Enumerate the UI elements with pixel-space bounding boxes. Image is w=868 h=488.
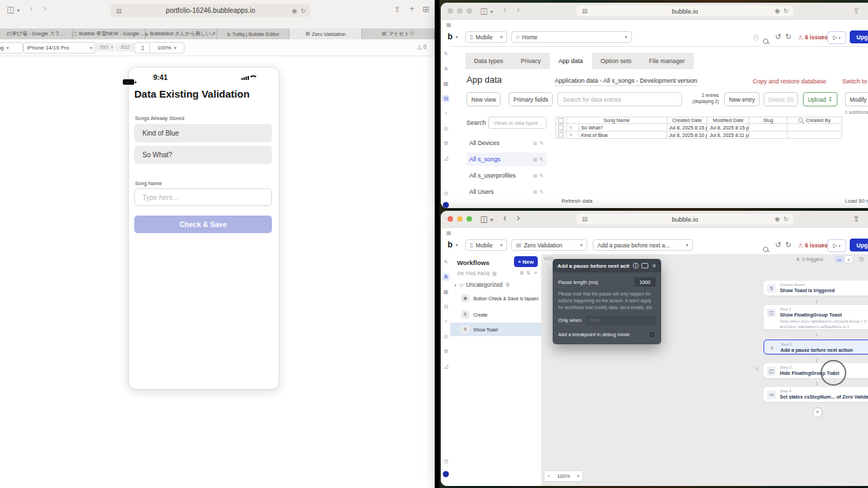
tab-option-sets[interactable]: Option sets bbox=[592, 53, 641, 69]
logs-icon[interactable]: ◿ bbox=[442, 363, 450, 370]
view-all-devices[interactable]: All Devices ⊞✎ bbox=[467, 136, 547, 150]
close-icon[interactable]: ✕ bbox=[652, 263, 656, 269]
issues-indicator[interactable]: △ 0 bbox=[417, 43, 427, 50]
styles-icon[interactable]: ◔ bbox=[442, 110, 450, 117]
dim-circle-icon[interactable]: ◎ bbox=[753, 33, 760, 41]
forward-icon[interactable]: › bbox=[43, 4, 47, 12]
share-icon[interactable]: ⇧ bbox=[853, 215, 860, 223]
column-header[interactable]: Created By bbox=[787, 117, 842, 124]
data-search-input[interactable] bbox=[557, 92, 682, 106]
pencil-icon[interactable]: ✎ bbox=[567, 131, 579, 139]
styles-icon[interactable]: ◔ bbox=[442, 318, 450, 325]
copy-icon[interactable]: ⊞ bbox=[533, 157, 538, 163]
new-entry-button[interactable]: New entry bbox=[724, 92, 760, 106]
browser-tab[interactable]: の学び場 - Google スラ… bbox=[0, 28, 73, 39]
view-all-s-userprofiles[interactable]: All s_userprofiles ⊞✎ bbox=[467, 169, 547, 182]
modify-button[interactable]: Modify bbox=[845, 92, 868, 106]
search-icon[interactable] bbox=[763, 39, 768, 44]
bubble-logo[interactable]: b bbox=[448, 240, 452, 249]
workflow-step-2-selected[interactable]: ‖ Step 2 Add a pause before next action bbox=[764, 340, 868, 354]
reload-icon[interactable]: ↻ bbox=[783, 7, 789, 14]
chevron-down-icon[interactable]: ▾ bbox=[490, 216, 493, 224]
browser-tab-active[interactable]: ▤Zero Validation bbox=[290, 28, 362, 39]
responsive-mode-select[interactable]: ing ▾ bbox=[0, 42, 23, 54]
new-tab-icon[interactable]: + bbox=[410, 5, 415, 13]
design-icon[interactable]: ✎ bbox=[442, 50, 450, 58]
view-all-users[interactable]: All Users ⊞✎ bbox=[467, 185, 547, 199]
column-header[interactable]: Created Date bbox=[667, 117, 708, 124]
search-icon[interactable] bbox=[763, 247, 768, 252]
comment-icon[interactable] bbox=[642, 263, 648, 268]
table-row[interactable]: ✎ So What? Jul 8, 2025 8:15 pm Jul 8, 20… bbox=[555, 124, 842, 131]
column-header[interactable]: Slug bbox=[749, 117, 787, 124]
design-icon[interactable]: ✎ bbox=[442, 258, 450, 266]
info-icon[interactable]: ⓘ bbox=[633, 262, 638, 270]
tab-app-data[interactable]: App data bbox=[550, 53, 592, 69]
sidebar-toggle-icon[interactable]: ◫ bbox=[480, 215, 488, 223]
chevron-down-icon[interactable]: ▾ bbox=[490, 8, 493, 16]
select-all-checkbox[interactable] bbox=[556, 117, 567, 124]
sidebar-toggle-icon[interactable]: ◫ bbox=[480, 7, 488, 15]
plugins-icon[interactable]: ◎ bbox=[442, 125, 450, 132]
column-header[interactable]: Song Name bbox=[567, 117, 667, 124]
breakpoint-checkbox[interactable] bbox=[648, 331, 656, 338]
folder-row[interactable]: ▾ ▱ Uncategorized 3 bbox=[454, 281, 510, 288]
settings-icon[interactable]: ⚙ bbox=[442, 348, 450, 355]
views-search-input[interactable] bbox=[488, 117, 547, 129]
address-bar[interactable]: ▤ bubble.io ◉ ↻ bbox=[576, 5, 793, 16]
logs-icon[interactable]: ◿ bbox=[442, 155, 450, 162]
sort-icon[interactable]: ⇅ bbox=[526, 270, 530, 276]
upload-button[interactable]: Upload ↥ bbox=[803, 92, 837, 106]
copy-icon[interactable]: ⊞ bbox=[533, 189, 538, 195]
tab-file-manager[interactable]: File manager bbox=[640, 53, 694, 69]
pause-length-input[interactable] bbox=[634, 277, 656, 287]
upgrade-button[interactable]: Upgrade bbox=[850, 239, 868, 251]
close-button[interactable] bbox=[448, 216, 453, 222]
workflow-step-3[interactable]: ◫ Step 3 Hide FloatingGroup Toast bbox=[764, 363, 868, 378]
help-icon[interactable] bbox=[443, 202, 449, 208]
forward-icon[interactable]: › bbox=[517, 5, 520, 14]
minimize-button[interactable] bbox=[457, 216, 462, 222]
zoom-button[interactable] bbox=[467, 8, 472, 14]
row-checkbox[interactable] bbox=[556, 124, 567, 131]
pencil-icon[interactable]: ✎ bbox=[567, 124, 579, 131]
preview-run-button[interactable]: ▷ ▾ bbox=[827, 31, 846, 44]
row-checkbox[interactable] bbox=[556, 131, 567, 139]
workflow-step-1[interactable]: ◫ Step 1 Show FloatingGroup Toast Only w… bbox=[764, 305, 868, 329]
popup-header[interactable]: Add a pause before next action ⓘ ✕ bbox=[553, 259, 661, 272]
close-button[interactable] bbox=[448, 8, 453, 14]
data-icon[interactable]: ⊟ bbox=[442, 303, 450, 310]
issues-badge[interactable]: ⚠ 6 issues bbox=[798, 34, 828, 41]
redo-icon[interactable]: ↻ bbox=[785, 241, 791, 249]
help-icon[interactable] bbox=[443, 471, 449, 477]
data-icon[interactable]: ⊟ bbox=[442, 95, 450, 102]
versions-icon[interactable]: ◷ bbox=[442, 190, 450, 197]
device-mode-select[interactable]: ▯ Mobile ▾ bbox=[465, 31, 507, 43]
workflow-action-select[interactable]: Add a pause before next a... ▾ bbox=[593, 239, 693, 251]
grid-view-toggle[interactable]: ▭ bbox=[835, 256, 844, 263]
preview-run-button[interactable]: ▷ ▾ bbox=[827, 239, 846, 252]
tab-privacy[interactable]: Privacy bbox=[512, 53, 550, 69]
chevron-down-icon[interactable]: ▾ bbox=[17, 7, 20, 15]
pencil-icon[interactable]: ✎ bbox=[539, 157, 544, 163]
workflow-icon[interactable]: ⋔ bbox=[442, 65, 450, 73]
share-icon[interactable]: ⇧ bbox=[853, 7, 860, 15]
reload-icon[interactable]: ↻ bbox=[783, 216, 789, 222]
only-when-input[interactable] bbox=[585, 316, 656, 325]
drag-handle-icon[interactable]: ≡ bbox=[755, 366, 759, 372]
load-more-link[interactable]: Load 50 more bbox=[845, 198, 868, 204]
history-clock-icon[interactable]: ◷ bbox=[859, 256, 864, 262]
address-bar[interactable]: ▤ bubble.io ◉ ↻ bbox=[576, 214, 793, 224]
viewport-height-field[interactable]: 852 bbox=[115, 43, 136, 52]
browser-tab[interactable]: bBubbleBot さんから新しいメッ… bbox=[145, 28, 218, 39]
switch-live-link[interactable]: Switch to live database bbox=[842, 78, 868, 85]
back-icon[interactable]: ‹ bbox=[30, 4, 33, 12]
column-header[interactable]: Modified Date bbox=[707, 117, 749, 124]
sidebar-toggle-icon[interactable]: ◫ bbox=[7, 5, 14, 14]
delete-button[interactable]: Delete (0) bbox=[764, 92, 798, 106]
copy-restore-link[interactable]: Copy and restore database bbox=[753, 78, 827, 85]
minimize-button[interactable] bbox=[457, 8, 462, 14]
components-icon[interactable]: ▦ bbox=[442, 288, 450, 296]
undo-icon[interactable]: ↺ bbox=[775, 241, 781, 249]
page-select[interactable]: ⌂ Home ▾ bbox=[511, 31, 632, 43]
